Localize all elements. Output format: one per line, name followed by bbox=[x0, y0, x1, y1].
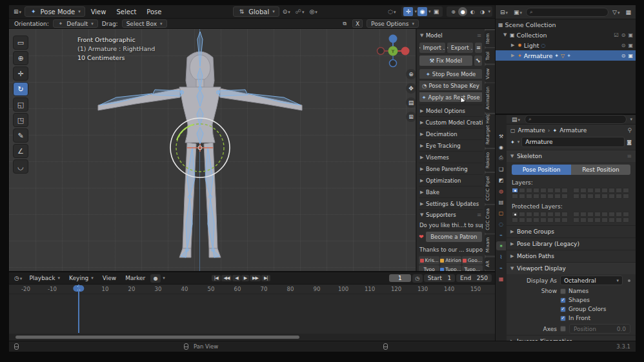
fake-user-shield-icon[interactable]: ◙ bbox=[627, 139, 632, 145]
timeline-scrollbar[interactable] bbox=[15, 336, 299, 339]
outliner-display-mode-icon[interactable]: ⊟▾ bbox=[498, 8, 510, 16]
become-patron-button[interactable]: Become a Patron bbox=[425, 231, 483, 243]
timeline-editor-icon[interactable]: ◷▾ bbox=[12, 274, 24, 282]
import-menu-button[interactable]: ≡ bbox=[474, 42, 483, 54]
properties-search-input[interactable]: ⌕ bbox=[525, 115, 627, 124]
mode-dropdown[interactable]: ✦Pose Mode▾ bbox=[25, 6, 85, 17]
disable-render-icon[interactable]: ▣ bbox=[628, 53, 633, 59]
expand-icon[interactable]: ▼ bbox=[503, 32, 508, 37]
timeline-ruler[interactable]: -20 -10 1 10 20 30 40 50 bbox=[9, 285, 495, 294]
supporter-button[interactable]: Kris... bbox=[419, 256, 439, 265]
panel-section-collapsed[interactable]: ▶Custom Model Creation bbox=[419, 116, 483, 128]
fix-settings-button[interactable]: 🔧︎ bbox=[474, 55, 483, 66]
jump-to-end-button[interactable]: ▶| bbox=[261, 275, 270, 281]
sidebar-tab[interactable]: CC/iC Pipel bbox=[485, 173, 495, 204]
import-model-button[interactable]: ✦Import ... bbox=[419, 42, 446, 54]
animate-dot[interactable] bbox=[628, 279, 630, 282]
breadcrumb-object[interactable]: Armature bbox=[518, 127, 545, 134]
proportional-edit-icon[interactable]: ◎▾ bbox=[307, 8, 319, 15]
solid-shading-icon[interactable]: ● bbox=[458, 7, 467, 16]
preview-range-icon[interactable]: ◷ bbox=[412, 274, 423, 283]
properties-tab[interactable]: ◉ bbox=[496, 143, 506, 152]
sidebar-tab[interactable]: AR bbox=[485, 257, 495, 270]
skeleton-section-header[interactable]: ▼Skeleton≡ bbox=[507, 150, 636, 162]
panel-section-collapsed[interactable]: ▶Bone Parenting bbox=[419, 163, 483, 174]
hide-eye-icon[interactable]: ⊙ bbox=[621, 43, 626, 48]
properties-tab[interactable]: ⎙ bbox=[496, 154, 506, 163]
properties-tab[interactable]: ▤ bbox=[496, 197, 506, 206]
viewport-display-section-header[interactable]: ▼Viewport Display bbox=[507, 263, 636, 274]
next-keyframe-button[interactable]: ▶▶ bbox=[250, 275, 261, 281]
inverse-kinematics-section[interactable]: ▶Inverse Kinematics bbox=[507, 336, 636, 341]
properties-section-collapsed[interactable]: ▶Motion Paths bbox=[507, 250, 636, 262]
datablock-name-field[interactable]: Armature bbox=[521, 137, 625, 147]
properties-tab[interactable]: ❏ bbox=[496, 165, 506, 174]
expand-icon[interactable]: ▶ bbox=[511, 53, 516, 58]
properties-tab[interactable]: ◍ bbox=[496, 186, 506, 196]
viewport-tool-button[interactable]: ∠ bbox=[13, 144, 28, 158]
rest-position-button[interactable]: Rest Position bbox=[571, 165, 630, 175]
in-front-checkbox[interactable]: ✓ bbox=[560, 316, 566, 321]
sidebar-tab[interactable]: Rokoko bbox=[485, 149, 495, 172]
end-frame-field[interactable]: End 250 bbox=[460, 275, 488, 281]
playback-menu[interactable]: Playback▾ bbox=[25, 274, 64, 282]
stop-pose-mode-button[interactable]: ✦Stop Pose Mode bbox=[419, 68, 483, 79]
keying-menu[interactable]: Keying▾ bbox=[65, 274, 97, 282]
editor-type-icon[interactable]: ⊞▾ bbox=[12, 8, 23, 15]
properties-section-collapsed[interactable]: ▶Bone Groups bbox=[507, 226, 636, 237]
mirror-x-toggle[interactable]: X bbox=[352, 19, 363, 28]
viewport-tool-button[interactable]: ⊕ bbox=[13, 51, 28, 65]
names-checkbox[interactable] bbox=[560, 288, 566, 294]
outliner-filter-icon[interactable]: ▽▾ bbox=[610, 8, 621, 16]
outliner-search-input[interactable]: ⌕ bbox=[526, 8, 609, 17]
zoom-icon[interactable]: ⊕ bbox=[406, 69, 416, 79]
expand-icon[interactable]: ▶ bbox=[511, 43, 516, 48]
supporters-section-header[interactable]: ▼Supporters≡ bbox=[419, 209, 483, 220]
viewport-tool-button[interactable]: ↻ bbox=[13, 82, 28, 96]
disable-render-icon[interactable]: ▣ bbox=[628, 43, 633, 48]
export-model-button[interactable]: ✦Export ... bbox=[447, 42, 474, 54]
outliner-row-scene-collection[interactable]: ▦ Scene Collection bbox=[496, 19, 636, 30]
ortho-grid-icon[interactable]: ⊞ bbox=[406, 112, 416, 122]
outliner-filter-collection-icon[interactable]: ▣▾ bbox=[512, 8, 524, 16]
jump-to-start-button[interactable]: |◀ bbox=[212, 275, 221, 281]
viewport-tool-button[interactable]: ✛ bbox=[13, 66, 28, 81]
properties-tab[interactable]: ⌁ bbox=[496, 263, 506, 272]
supporter-button[interactable]: Goo... bbox=[462, 256, 483, 265]
properties-tab[interactable]: ⌁ bbox=[496, 230, 506, 239]
disable-render-icon[interactable]: ▣ bbox=[628, 32, 633, 38]
marker-menu[interactable]: Marker bbox=[121, 274, 149, 282]
panel-section-collapsed[interactable]: ▶Model Options bbox=[419, 105, 483, 116]
rendered-shading-icon[interactable]: ◑ bbox=[478, 7, 487, 16]
properties-tab[interactable]: ◩ bbox=[496, 176, 506, 185]
pose-to-shape-key-button[interactable]: ◔Pose to Shape Key bbox=[419, 80, 483, 91]
pose-position-button[interactable]: Pose Position bbox=[512, 165, 571, 175]
pose-options-dropdown[interactable]: Pose Options▾ bbox=[367, 19, 419, 28]
properties-tab[interactable]: ◌ bbox=[496, 219, 506, 228]
axes-checkbox[interactable] bbox=[560, 326, 566, 332]
transform-orientation-dropdown[interactable]: ⇅Global▾ bbox=[233, 6, 279, 17]
sidebar-tab[interactable]: View bbox=[485, 65, 495, 83]
orientation-dropdown[interactable]: ⌖Default▾ bbox=[53, 19, 98, 28]
fix-model-button[interactable]: ⚒Fix Model bbox=[419, 55, 473, 66]
sidebar-tab[interactable]: Mixam bbox=[485, 234, 495, 256]
properties-tab[interactable]: ⚒ bbox=[496, 132, 506, 141]
object-type-visibility-icon[interactable]: ◌▾ bbox=[386, 8, 397, 15]
layers-grid-a[interactable] bbox=[512, 188, 568, 199]
breadcrumb-data[interactable]: Armature bbox=[559, 127, 587, 134]
hide-eye-icon[interactable]: ⊙ bbox=[621, 53, 626, 59]
panel-section-collapsed[interactable]: ▶Bake bbox=[419, 186, 483, 197]
move-view-icon[interactable]: ✥ bbox=[406, 83, 416, 94]
outliner-row-armature[interactable]: ▶ ✦ Armature ✦ ▽ ✦ ⊙▣ bbox=[496, 50, 636, 61]
timeline-scrollbar-track[interactable] bbox=[9, 334, 495, 341]
viewport-tool-button[interactable]: ▭ bbox=[13, 35, 28, 50]
play-reverse-button[interactable]: ◀ bbox=[232, 275, 240, 281]
outliner-row-light[interactable]: ▶ ✹ Light ◌ ⊙▣ bbox=[496, 40, 636, 50]
menu-select[interactable]: Select bbox=[112, 7, 141, 17]
group-colors-checkbox[interactable]: ✓ bbox=[560, 307, 566, 312]
viewport-tool-button[interactable]: ◳ bbox=[13, 113, 28, 127]
wireframe-shading-icon[interactable]: ⊕ bbox=[448, 7, 458, 16]
view-menu[interactable]: View bbox=[99, 274, 120, 282]
panel-section-collapsed[interactable]: ▶Optimization bbox=[419, 174, 483, 186]
start-frame-field[interactable]: Start 1 bbox=[428, 275, 451, 281]
